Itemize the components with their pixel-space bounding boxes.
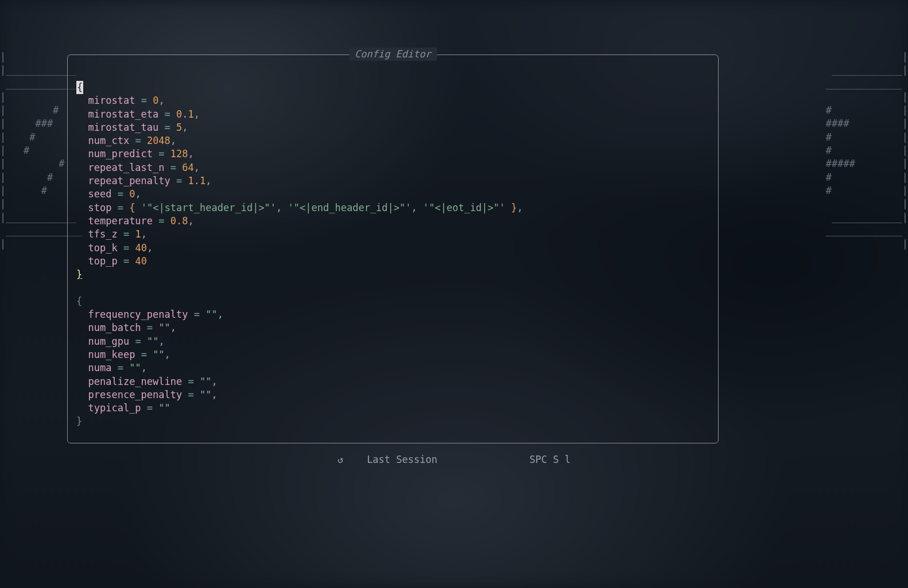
text-cursor: { — [76, 81, 83, 94]
stage: | |____________ _____________ | | # | ##… — [0, 0, 908, 588]
config-code-area[interactable]: { mirostat = 0, mirostat_eta = 0.1, miro… — [76, 81, 523, 429]
reload-icon[interactable]: ↻ — [337, 453, 343, 466]
bg-ascii-right: | ____________| _____________ | # | ####… — [826, 50, 908, 251]
last-session-label[interactable]: Last Session — [367, 454, 437, 465]
status-bar: ↻ Last Session SPC S l — [0, 453, 908, 466]
last-session-shortcut: SPC S l — [529, 454, 571, 465]
panel-title: Config Editor — [349, 48, 437, 61]
config-editor-panel[interactable]: Config Editor { mirostat = 0, mirostat_e… — [67, 54, 719, 443]
